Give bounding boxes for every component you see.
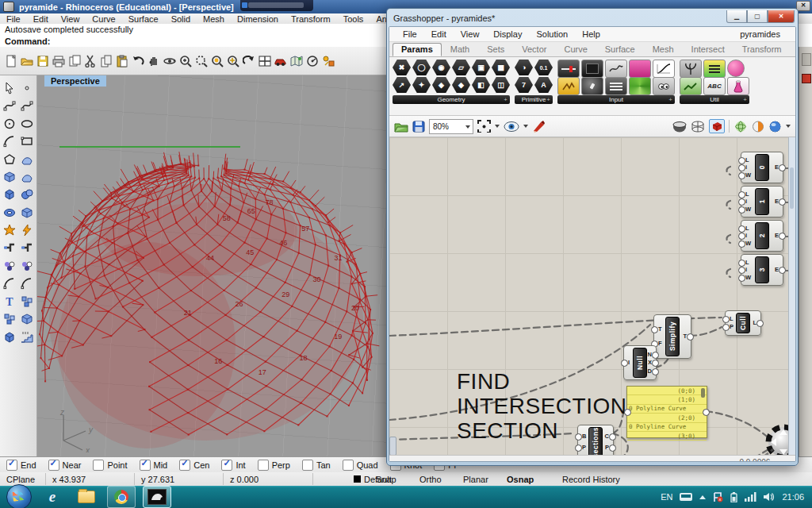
surface-corner-icon[interactable]: [19, 205, 35, 221]
output-port-E[interactable]: [779, 164, 786, 171]
checkbox-icon[interactable]: [258, 460, 269, 471]
tab-transform[interactable]: Transform: [733, 43, 791, 56]
slider-component-3[interactable]: 3 L i W E: [741, 254, 783, 286]
plane-icon[interactable]: [19, 311, 35, 327]
surface-patch-icon[interactable]: [2, 169, 17, 185]
param-text-icon[interactable]: A: [534, 77, 553, 93]
osnap-perp[interactable]: Perp: [258, 460, 290, 471]
output-port-D[interactable]: [652, 368, 659, 375]
param-vector-icon[interactable]: ↗: [393, 77, 411, 93]
checkbox-icon[interactable]: [343, 460, 354, 471]
new-file-icon[interactable]: [3, 51, 19, 71]
input-port-L[interactable]: [738, 260, 745, 267]
grasshopper-titlebar[interactable]: Grasshopper - pyramides* ▁ ▢ ✕: [389, 10, 796, 26]
gh-menu-file[interactable]: File: [396, 29, 424, 39]
param-boolean-icon[interactable]: ◑: [515, 60, 533, 75]
dot-group-icon[interactable]: [19, 258, 35, 274]
input-port-L[interactable]: [738, 191, 745, 198]
arc-icon[interactable]: [2, 133, 17, 149]
chevron-down-icon[interactable]: [786, 125, 791, 128]
input-port-i[interactable]: [738, 233, 745, 240]
gh-menu-view[interactable]: View: [454, 29, 487, 39]
rhino-menu-solid[interactable]: Solid: [165, 14, 197, 24]
rhino-menu-tools[interactable]: Tools: [337, 14, 370, 24]
tab-sets[interactable]: Sets: [478, 43, 513, 56]
sphere-half-orange-icon[interactable]: [752, 121, 764, 133]
circle-icon[interactable]: [2, 116, 17, 132]
taskbar-chrome-button[interactable]: [107, 486, 136, 508]
value-list-icon[interactable]: [605, 77, 627, 95]
graph-mapper-icon[interactable]: [653, 60, 675, 78]
slider-component-0[interactable]: 0 L i W E: [741, 152, 783, 183]
checkbox-icon[interactable]: [221, 460, 232, 471]
curve-handles-icon[interactable]: [19, 98, 35, 114]
param-surface-icon[interactable]: ◈: [432, 77, 450, 93]
boolean-balls-icon[interactable]: [2, 258, 17, 274]
param-number-icon[interactable]: 0.1: [534, 60, 553, 75]
osnap-point[interactable]: Point: [93, 460, 127, 471]
spheres-icon[interactable]: [19, 187, 35, 202]
network-signal-icon[interactable]: [745, 492, 756, 502]
taskbar-explorer-button[interactable]: [73, 487, 100, 507]
taskbar-ie-button[interactable]: e: [39, 487, 66, 507]
panel-input-port[interactable]: [624, 409, 631, 416]
param-integer-icon[interactable]: 7: [515, 77, 533, 93]
colour-mosaic-icon[interactable]: [629, 77, 651, 95]
volume-icon[interactable]: [764, 492, 775, 502]
curved-surface-icon[interactable]: [19, 169, 35, 185]
sketch-pen-icon[interactable]: [532, 120, 546, 133]
rounded-curve-icon[interactable]: [19, 152, 35, 167]
input-port-i[interactable]: [738, 198, 745, 206]
tab-surface[interactable]: Surface: [596, 43, 644, 56]
panel-red-icon[interactable]: [802, 74, 811, 83]
grasshopper-window[interactable]: Grasshopper - pyramides* ▁ ▢ ✕ FileEditV…: [386, 8, 799, 466]
param-circle-icon[interactable]: ◯: [412, 60, 431, 75]
checkbox-icon[interactable]: [302, 460, 313, 471]
rhino-close-icon[interactable]: ✕: [796, 1, 810, 11]
checkbox-icon[interactable]: [6, 460, 17, 471]
slider-component-1[interactable]: 1 L i W E: [741, 186, 783, 217]
four-viewports-icon[interactable]: [257, 51, 273, 71]
mode-osnap[interactable]: Osnap: [500, 473, 541, 485]
output-port-T[interactable]: [687, 333, 694, 341]
checkbox-icon[interactable]: [48, 460, 59, 471]
print-icon[interactable]: [51, 51, 67, 71]
tab-intersect[interactable]: Intersect: [683, 43, 733, 56]
output-port-X[interactable]: [652, 360, 659, 367]
output-port-P[interactable]: [609, 444, 616, 452]
ribbon-group-label[interactable]: Primitive+: [515, 95, 553, 104]
text-icon[interactable]: T: [2, 294, 17, 310]
rhino-menu-file[interactable]: File: [0, 14, 27, 24]
undo-icon[interactable]: [130, 51, 146, 71]
zoom-selected-icon[interactable]: [209, 51, 225, 71]
checkbox-icon[interactable]: [179, 460, 190, 471]
zoom-icon[interactable]: [178, 51, 193, 71]
gh-menu-display[interactable]: Display: [486, 29, 529, 39]
param-geometry-icon[interactable]: ✖: [393, 60, 411, 75]
chevron-down-icon[interactable]: [495, 125, 500, 128]
panel-scroll-nub[interactable]: [701, 388, 705, 398]
input-port-B[interactable]: [575, 433, 582, 441]
tab-params[interactable]: Params: [393, 43, 442, 56]
squares-icon[interactable]: [2, 311, 17, 327]
simplify-component[interactable]: Simplify T F T: [653, 314, 691, 359]
panel-icon[interactable]: [581, 60, 603, 78]
tray-expand-icon[interactable]: [699, 495, 706, 499]
output-port-N[interactable]: [652, 352, 659, 359]
ribbon-group-label[interactable]: Input+: [557, 95, 675, 104]
legend-icon[interactable]: [703, 60, 726, 78]
data-panel[interactable]: (0;0)(1;0)0 Polyline Curve(2;0)0 Polylin…: [626, 386, 707, 438]
rhino-menu-edit[interactable]: Edit: [27, 14, 55, 24]
preview-eye-icon[interactable]: [504, 121, 519, 132]
cut-icon[interactable]: [82, 51, 98, 71]
mode-record-history[interactable]: Record History: [555, 473, 657, 485]
pan-icon[interactable]: [146, 51, 162, 71]
osnap-mid[interactable]: Mid: [140, 460, 168, 471]
sphere-dark-icon[interactable]: [672, 121, 687, 133]
cylinder-wire-icon[interactable]: [691, 121, 705, 133]
maximize-button[interactable]: ▢: [747, 10, 768, 23]
output-port-E[interactable]: [779, 267, 786, 274]
copy-to-clipboard-icon[interactable]: [67, 51, 82, 71]
panel-button[interactable]: [802, 53, 811, 66]
param-plane-icon[interactable]: ▱: [452, 60, 470, 75]
